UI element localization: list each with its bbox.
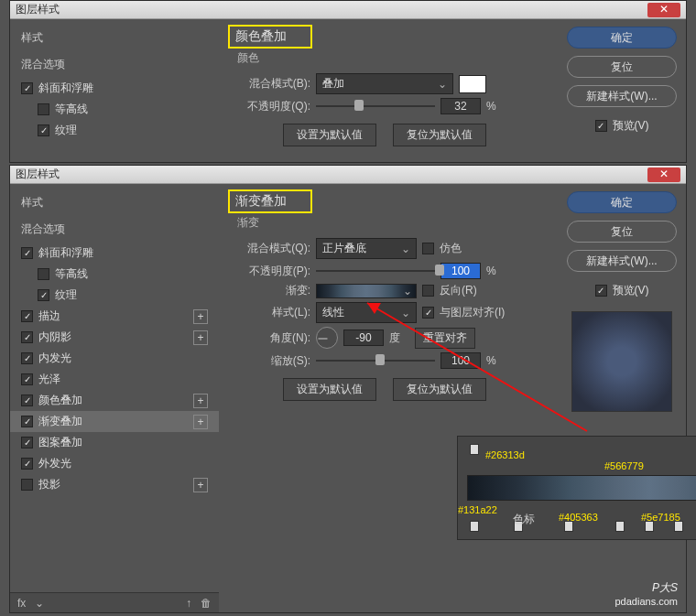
set-default-button[interactable]: 设置为默认值 <box>283 124 376 146</box>
plus-icon[interactable]: + <box>193 478 208 492</box>
sidebar-item-inner-glow[interactable]: 内发光 <box>10 348 219 369</box>
plus-icon[interactable]: + <box>193 330 208 345</box>
scale-label: 缩放(S): <box>228 353 310 369</box>
sidebar-item-contour[interactable]: 等高线 <box>10 99 219 120</box>
opacity-stop[interactable] <box>470 444 479 455</box>
layer-style-dialog-gradient-overlay: 图层样式 ✕ 样式 混合选项 斜面和浮雕 等高线 纹理 描边+ 内阴影+ 内发光… <box>9 165 687 613</box>
sidebar-item-stroke[interactable]: 描边+ <box>10 306 219 327</box>
sidebar-item-texture[interactable]: 纹理 <box>10 120 219 141</box>
opacity-slider[interactable] <box>316 265 435 277</box>
watermark-url: pdadians.com <box>615 596 679 607</box>
plus-icon[interactable]: + <box>193 415 208 429</box>
new-style-button[interactable]: 新建样式(W)... <box>567 85 677 107</box>
fx-icon[interactable]: fx <box>17 597 26 610</box>
checkbox-icon[interactable] <box>422 243 434 254</box>
color-swatch[interactable] <box>459 75 486 93</box>
color-hex-label: #26313d <box>485 449 525 460</box>
checkbox-icon[interactable] <box>422 285 434 297</box>
scale-value[interactable]: 100 <box>440 352 481 369</box>
set-default-button[interactable]: 设置为默认值 <box>283 378 376 401</box>
blend-mode-select[interactable]: 叠加 <box>316 73 453 94</box>
cancel-button[interactable]: 复位 <box>567 56 677 78</box>
opacity-value[interactable]: 100 <box>440 263 481 279</box>
gradient-bar[interactable] <box>467 475 696 501</box>
opacity-slider[interactable] <box>316 100 435 113</box>
dither-label: 仿色 <box>440 241 462 256</box>
panel-title-highlight: 渐变叠加 <box>228 189 312 213</box>
checkbox-icon[interactable] <box>422 307 434 319</box>
checkbox-icon[interactable] <box>21 416 33 427</box>
sidebar-item-gradient-overlay[interactable]: 渐变叠加+ <box>10 411 219 432</box>
gradient-label: 渐变: <box>228 283 310 298</box>
reset-align-button[interactable]: 重置对齐 <box>415 328 475 349</box>
right-panel: 确定 复位 新建样式(W)... 预览(V) <box>558 19 686 152</box>
titlebar[interactable]: 图层样式 ✕ <box>10 166 686 184</box>
checkbox-icon[interactable] <box>38 124 49 136</box>
angle-dial[interactable] <box>316 327 338 349</box>
sidebar-header-styles[interactable]: 样式 <box>10 25 219 51</box>
checkbox-icon[interactable] <box>21 331 33 343</box>
sidebar-item-pattern-overlay[interactable]: 图案叠加 <box>10 432 219 453</box>
color-stop[interactable] <box>470 521 479 532</box>
style-label: 样式(L): <box>228 305 310 320</box>
close-icon[interactable]: ✕ <box>647 3 680 17</box>
sidebar-header-blendopts[interactable]: 混合选项 <box>10 51 219 78</box>
sidebar-item-outer-glow[interactable]: 外发光 <box>10 453 219 474</box>
new-style-button[interactable]: 新建样式(W)... <box>567 250 677 272</box>
checkbox-icon[interactable] <box>595 120 607 132</box>
reset-default-button[interactable]: 复位为默认值 <box>393 378 486 401</box>
angle-value[interactable]: -90 <box>343 330 384 346</box>
checkbox-icon[interactable] <box>21 247 33 259</box>
watermark-logo: P大S <box>615 580 679 596</box>
plus-icon[interactable]: + <box>193 394 208 408</box>
checkbox-icon[interactable] <box>21 394 33 406</box>
color-stops-label: 色标 <box>513 512 535 527</box>
gradient-picker[interactable] <box>316 284 417 298</box>
color-hex-label: #5e7185 <box>641 512 680 523</box>
main-panel: 渐变叠加 渐变 混合模式(Q): 正片叠底 仿色 不透明度(P): 100 % … <box>219 184 558 612</box>
sidebar-item-texture[interactable]: 纹理 <box>10 285 219 306</box>
blend-mode-label: 混合模式(Q): <box>228 241 310 256</box>
titlebar[interactable]: 图层样式 ✕ <box>10 1 686 19</box>
sidebar-item-drop-shadow[interactable]: 投影+ <box>10 474 219 495</box>
main-panel: 颜色叠加 颜色 混合模式(B): 叠加 不透明度(Q): 32 % 设置为默认值… <box>219 19 558 152</box>
plus-icon[interactable]: + <box>193 309 208 324</box>
cancel-button[interactable]: 复位 <box>567 221 677 243</box>
sidebar-item-inner-shadow[interactable]: 内阴影+ <box>10 327 219 348</box>
sidebar-item-contour[interactable]: 等高线 <box>10 264 219 285</box>
gradient-style-select[interactable]: 线性 <box>316 302 417 323</box>
close-icon[interactable]: ✕ <box>647 168 680 182</box>
sidebar-item-bevel[interactable]: 斜面和浮雕 <box>10 78 219 99</box>
checkbox-icon[interactable] <box>21 458 33 470</box>
sidebar-header-styles[interactable]: 样式 <box>10 189 219 216</box>
sidebar-item-bevel[interactable]: 斜面和浮雕 <box>10 243 219 264</box>
sidebar-item-satin[interactable]: 光泽 <box>10 369 219 390</box>
scale-slider[interactable] <box>316 354 435 367</box>
reset-default-button[interactable]: 复位为默认值 <box>393 124 486 146</box>
checkbox-icon[interactable] <box>38 103 49 115</box>
color-stop[interactable] <box>615 521 625 532</box>
opacity-value[interactable]: 32 <box>440 98 481 114</box>
sidebar-item-color-overlay[interactable]: 颜色叠加+ <box>10 390 219 411</box>
checkbox-icon[interactable] <box>21 373 33 385</box>
ok-button[interactable]: 确定 <box>567 27 677 49</box>
blend-mode-select[interactable]: 正片叠底 <box>316 238 417 259</box>
sidebar-header-blendopts[interactable]: 混合选项 <box>10 216 219 243</box>
checkbox-icon[interactable] <box>21 437 33 448</box>
chevron-down-icon[interactable]: ⌄ <box>35 597 44 610</box>
sidebar-footer: fx ⌄ ↑ 🗑 <box>10 592 219 612</box>
checkbox-icon[interactable] <box>21 310 33 322</box>
trash-icon[interactable]: 🗑 <box>201 597 212 610</box>
arrow-up-icon[interactable]: ↑ <box>186 597 191 610</box>
checkbox-icon[interactable] <box>38 268 49 280</box>
checkbox-icon[interactable] <box>21 82 33 94</box>
checkbox-icon[interactable] <box>21 479 33 491</box>
styles-sidebar: 样式 混合选项 斜面和浮雕 等高线 纹理 <box>10 19 219 152</box>
ok-button[interactable]: 确定 <box>567 191 677 213</box>
checkbox-icon[interactable] <box>21 352 33 364</box>
section-label: 渐变 <box>228 213 549 234</box>
color-hex-label: #566779 <box>604 460 644 471</box>
checkbox-icon[interactable] <box>38 289 49 301</box>
reverse-label: 反向(R) <box>440 283 477 298</box>
checkbox-icon[interactable] <box>595 285 607 297</box>
